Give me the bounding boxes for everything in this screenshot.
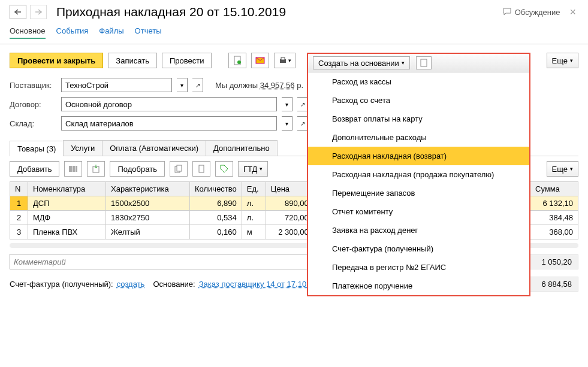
- menu-item[interactable]: Расход из кассы: [308, 72, 529, 91]
- envelope-icon: [255, 57, 265, 64]
- table-more-button[interactable]: Еще ▾: [547, 161, 578, 177]
- more-button[interactable]: Еще ▾: [547, 53, 578, 68]
- menu-item[interactable]: Возврат оплаты на карту: [308, 110, 529, 128]
- page-title: Приходная накладная 20 от 15.10.2019: [56, 5, 499, 19]
- supplier-field[interactable]: [61, 78, 172, 92]
- tab-reports[interactable]: Отчеты: [135, 24, 162, 39]
- subtab-extra[interactable]: Дополнительно: [206, 140, 278, 156]
- supplier-open[interactable]: ↗: [192, 78, 203, 92]
- document-icon: [233, 56, 242, 65]
- col-n[interactable]: N: [10, 182, 28, 196]
- add-row-button[interactable]: Добавить: [10, 161, 59, 177]
- import-button[interactable]: [87, 161, 105, 177]
- basis-label: Основание:: [153, 280, 195, 289]
- gtd-button[interactable]: ГТД ▾: [238, 161, 268, 177]
- post-button[interactable]: Провести: [162, 53, 212, 68]
- menu-header-button[interactable]: Создать на основании▾: [313, 56, 410, 69]
- menu-item[interactable]: Перемещение запасов: [308, 184, 529, 202]
- svg-rect-10: [177, 165, 182, 171]
- svg-point-1: [237, 60, 241, 64]
- copy-button[interactable]: [170, 161, 188, 177]
- subtab-services[interactable]: Услуги: [63, 140, 102, 156]
- tab-main[interactable]: Основное: [10, 24, 46, 39]
- menu-report-button[interactable]: [416, 56, 432, 69]
- email-button[interactable]: [251, 53, 269, 68]
- menu-item[interactable]: Расходная накладная (возврат): [308, 147, 529, 165]
- discuss-button[interactable]: Обсуждение: [503, 8, 560, 17]
- attach-button[interactable]: [228, 53, 246, 68]
- pick-button[interactable]: Подобрать: [110, 161, 164, 177]
- col-sum[interactable]: Сумма: [530, 182, 578, 196]
- warehouse-dropdown[interactable]: ▾: [282, 116, 293, 131]
- svg-rect-4: [281, 57, 285, 60]
- paste-icon: [197, 165, 206, 173]
- menu-item[interactable]: Передача в регистр №2 ЕГАИС: [308, 258, 529, 277]
- svg-rect-12: [421, 59, 427, 66]
- price-button[interactable]: [215, 161, 233, 177]
- post-close-button[interactable]: Провести и закрыть: [10, 53, 103, 68]
- create-based-menu: Создать на основании▾ Расход из кассыРас…: [307, 53, 530, 296]
- menu-item[interactable]: Дополнительные расходы: [308, 128, 529, 147]
- debt-info: Мы должны 34 957,56 р.: [215, 81, 303, 90]
- menu-item[interactable]: Счет-фактура (полученный): [308, 239, 529, 258]
- arrow-right-icon: [35, 9, 42, 15]
- chevron-down-icon: ▾: [570, 57, 573, 63]
- subtab-payment[interactable]: Оплата (Автоматически): [102, 140, 206, 156]
- warehouse-label: Склад:: [10, 119, 56, 128]
- menu-item[interactable]: Расходная накладная (продажа покупателю): [308, 165, 529, 184]
- copy-icon: [174, 165, 183, 173]
- tag-icon: [220, 165, 228, 173]
- col-qty[interactable]: Количество: [190, 182, 242, 196]
- menu-item[interactable]: Отчет комитенту: [308, 202, 529, 221]
- basis-link[interactable]: Заказ поставщику 14 от 17.10.20...: [199, 280, 324, 289]
- menu-item[interactable]: Заявка на расход денег: [308, 221, 529, 239]
- chat-icon: [503, 8, 512, 16]
- arrow-left-icon: [14, 9, 22, 15]
- debt-link[interactable]: 34 957,56: [260, 81, 295, 90]
- contract-label: Договор:: [10, 100, 56, 109]
- barcode-icon: [69, 165, 77, 172]
- invoice-label: Счет-фактура (полученный):: [10, 280, 113, 289]
- menu-item[interactable]: Платежное поручение: [308, 277, 529, 295]
- print-button[interactable]: ▾: [274, 53, 295, 68]
- printer-icon: [279, 56, 287, 65]
- invoice-create-link[interactable]: создать: [117, 280, 145, 289]
- col-char[interactable]: Характеристика: [106, 182, 190, 196]
- col-unit[interactable]: Ед.: [242, 182, 266, 196]
- supplier-dropdown[interactable]: ▾: [177, 78, 188, 92]
- report-icon: [420, 59, 427, 67]
- col-nomen[interactable]: Номенклатура: [28, 182, 106, 196]
- supplier-label: Поставщик:: [10, 81, 56, 90]
- warehouse-field[interactable]: [61, 116, 277, 131]
- tab-files[interactable]: Файлы: [99, 24, 123, 39]
- menu-item[interactable]: Расход со счета: [308, 91, 529, 110]
- comment-field[interactable]: [10, 254, 318, 269]
- contract-field[interactable]: [61, 97, 277, 111]
- subtab-goods[interactable]: Товары (3): [10, 141, 64, 156]
- nav-forward-button[interactable]: [30, 5, 47, 19]
- svg-rect-11: [199, 165, 204, 172]
- contract-dropdown[interactable]: ▾: [282, 97, 293, 111]
- paste-button[interactable]: [192, 161, 210, 177]
- nav-back-button[interactable]: [10, 5, 26, 19]
- close-button[interactable]: ×: [567, 6, 578, 19]
- import-icon: [92, 165, 99, 173]
- tab-events[interactable]: События: [56, 24, 89, 39]
- save-button[interactable]: Записать: [108, 53, 157, 68]
- barcode-button[interactable]: [64, 161, 82, 177]
